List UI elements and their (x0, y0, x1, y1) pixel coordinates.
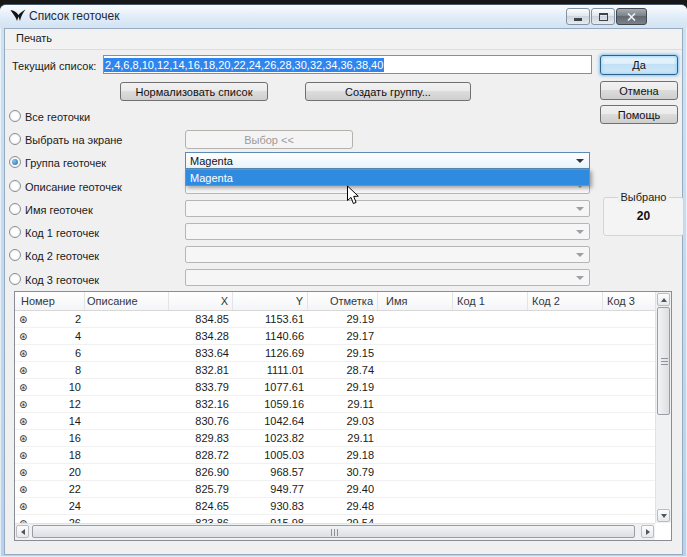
y-cell: 930.83 (233, 498, 308, 514)
radio-group-points[interactable] (9, 156, 21, 168)
table-row[interactable]: ⊛20 826.90 968.57 30.79 (15, 464, 655, 481)
name-cell (378, 413, 453, 429)
description-cell (85, 430, 169, 446)
code2-cell (528, 413, 603, 429)
dropdown-item-magenta[interactable]: Magenta (186, 170, 589, 185)
table-row[interactable]: ⊛12 832.16 1059.16 29.11 (15, 396, 655, 413)
maximize-icon (599, 13, 608, 21)
col-header-x[interactable]: X (169, 292, 233, 310)
menu-print[interactable]: Печать (8, 29, 60, 47)
chevron-down-icon (576, 253, 584, 257)
table-row[interactable]: ⊛18 828.72 1005.03 29.18 (15, 447, 655, 464)
scroll-up-button[interactable] (657, 293, 670, 306)
x-cell: 834.85 (169, 311, 233, 327)
scroll-left-button[interactable] (16, 525, 29, 538)
col-header-code1[interactable]: Код 1 (453, 292, 528, 310)
col-header-y[interactable]: Y (233, 292, 308, 310)
help-button[interactable]: Помощь (600, 105, 678, 124)
radio-code1-points-label: Код 1 геоточек (25, 227, 99, 239)
elevation-cell: 29.19 (308, 379, 378, 395)
create-group-button[interactable]: Создать группу... (305, 82, 471, 101)
normalize-list-button[interactable]: Нормализовать список (120, 82, 268, 101)
number-cell: ⊛12 (15, 396, 85, 412)
radio-code1-points[interactable] (9, 226, 21, 238)
scroll-up-icon (661, 298, 667, 302)
title-bar[interactable]: Список геоточек (0, 5, 687, 28)
radio-code2-points[interactable] (9, 249, 21, 261)
col-header-code3[interactable]: Код 3 (603, 292, 655, 310)
scroll-down-button[interactable] (657, 509, 670, 522)
y-cell: 968.57 (233, 464, 308, 480)
minimize-icon (574, 18, 582, 21)
code2-cell (528, 481, 603, 497)
code1-cell (453, 328, 528, 344)
scroll-right-button[interactable] (641, 525, 654, 538)
close-icon (627, 13, 636, 21)
radio-description-points[interactable] (9, 180, 21, 192)
table-body: ⊛2 834.85 1153.61 29.19 ⊛4 834.28 1140.6… (15, 311, 655, 532)
number-cell: ⊛24 (15, 498, 85, 514)
radio-code2-points-label: Код 2 геоточек (25, 250, 99, 262)
code2-cell (528, 345, 603, 361)
select-on-screen-button: Выбор << (185, 130, 353, 149)
col-header-code2[interactable]: Код 2 (528, 292, 603, 310)
maximize-button[interactable] (591, 8, 615, 25)
col-header-name[interactable]: Имя (378, 292, 453, 310)
horizontal-scroll-thumb[interactable] (32, 525, 635, 538)
horizontal-scrollbar[interactable] (15, 523, 655, 540)
current-list-input[interactable]: 2,4,6,8,10,12,14,16,18,20,22,24,26,28,30… (103, 55, 592, 74)
group-combo[interactable]: Magenta (185, 152, 590, 169)
number-cell: ⊛18 (15, 447, 85, 463)
code1-cell (453, 396, 528, 412)
table-header: Номер Описание X Y Отметка Имя Код 1 Код… (15, 292, 655, 311)
minimize-button[interactable] (566, 8, 590, 25)
y-cell: 1059.16 (233, 396, 308, 412)
elevation-cell: 29.11 (308, 396, 378, 412)
point-icon: ⊛ (19, 314, 27, 325)
x-cell: 824.65 (169, 498, 233, 514)
radio-group-points-label: Группа геоточек (25, 157, 106, 169)
code2-cell (528, 498, 603, 514)
radio-select-on-screen-label: Выбрать на экране (25, 134, 122, 146)
vertical-scroll-thumb[interactable] (657, 307, 670, 415)
elevation-cell: 29.18 (308, 447, 378, 463)
radio-name-points[interactable] (9, 203, 21, 215)
current-list-label: Текущий список: (12, 60, 96, 72)
elevation-cell: 29.03 (308, 413, 378, 429)
number-cell: ⊛22 (15, 481, 85, 497)
y-cell: 1140.66 (233, 328, 308, 344)
point-icon: ⊛ (19, 399, 27, 410)
name-cell (378, 345, 453, 361)
number-cell: ⊛10 (15, 379, 85, 395)
radio-all-points[interactable] (9, 110, 21, 122)
close-button[interactable] (616, 8, 647, 25)
cancel-button[interactable]: Отмена (600, 81, 678, 100)
table-row[interactable]: ⊛8 832.81 1111.01 28.74 (15, 362, 655, 379)
mouse-cursor (346, 185, 361, 206)
name-cell (378, 498, 453, 514)
code3-cell (603, 464, 655, 480)
col-header-description[interactable]: Описание (85, 292, 169, 310)
window-title: Список геоточек (29, 9, 119, 23)
table-row[interactable]: ⊛24 824.65 930.83 29.48 (15, 498, 655, 515)
vertical-scrollbar[interactable] (655, 292, 671, 523)
table-row[interactable]: ⊛10 833.79 1077.61 29.19 (15, 379, 655, 396)
table-row[interactable]: ⊛14 830.76 1042.64 29.03 (15, 413, 655, 430)
table-row[interactable]: ⊛6 833.64 1126.69 29.15 (15, 345, 655, 362)
y-cell: 1005.03 (233, 447, 308, 463)
radio-select-on-screen[interactable] (9, 133, 21, 145)
radio-name-points-label: Имя геоточек (25, 204, 93, 216)
col-header-number[interactable]: Номер (15, 292, 85, 310)
client-area: Печать Текущий список: 2,4,6,8,10,12,14,… (4, 28, 683, 555)
radio-code3-points[interactable] (9, 273, 21, 285)
table-row[interactable]: ⊛4 834.28 1140.66 29.17 (15, 328, 655, 345)
points-table: Номер Описание X Y Отметка Имя Код 1 Код… (14, 291, 672, 541)
description-cell (85, 447, 169, 463)
col-header-elevation[interactable]: Отметка (308, 292, 378, 310)
ok-button[interactable]: Да (600, 55, 678, 75)
table-row[interactable]: ⊛16 829.83 1023.82 29.11 (15, 430, 655, 447)
table-row[interactable]: ⊛2 834.85 1153.61 29.19 (15, 311, 655, 328)
description-cell (85, 379, 169, 395)
code2-cell (528, 464, 603, 480)
table-row[interactable]: ⊛22 825.79 949.77 29.40 (15, 481, 655, 498)
